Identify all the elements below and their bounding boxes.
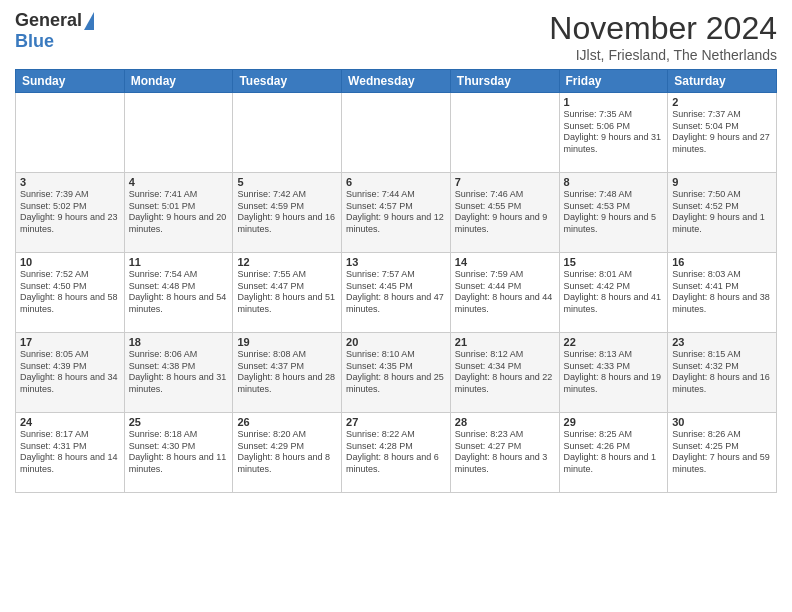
- day-cell-1-1: 4Sunrise: 7:41 AM Sunset: 5:01 PM Daylig…: [124, 173, 233, 253]
- day-cell-3-1: 18Sunrise: 8:06 AM Sunset: 4:38 PM Dayli…: [124, 333, 233, 413]
- day-cell-1-2: 5Sunrise: 7:42 AM Sunset: 4:59 PM Daylig…: [233, 173, 342, 253]
- day-number: 20: [346, 336, 446, 348]
- day-number: 11: [129, 256, 229, 268]
- day-number: 15: [564, 256, 664, 268]
- day-number: 8: [564, 176, 664, 188]
- header-friday: Friday: [559, 70, 668, 93]
- logo-triangle-icon: [84, 12, 94, 30]
- day-info-text: Sunrise: 8:20 AM Sunset: 4:29 PM Dayligh…: [237, 429, 337, 476]
- day-cell-2-1: 11Sunrise: 7:54 AM Sunset: 4:48 PM Dayli…: [124, 253, 233, 333]
- day-cell-1-5: 8Sunrise: 7:48 AM Sunset: 4:53 PM Daylig…: [559, 173, 668, 253]
- day-info-text: Sunrise: 7:42 AM Sunset: 4:59 PM Dayligh…: [237, 189, 337, 236]
- day-cell-0-1: [124, 93, 233, 173]
- day-cell-1-0: 3Sunrise: 7:39 AM Sunset: 5:02 PM Daylig…: [16, 173, 125, 253]
- day-cell-2-5: 15Sunrise: 8:01 AM Sunset: 4:42 PM Dayli…: [559, 253, 668, 333]
- calendar-header-row: Sunday Monday Tuesday Wednesday Thursday…: [16, 70, 777, 93]
- header-tuesday: Tuesday: [233, 70, 342, 93]
- day-info-text: Sunrise: 8:18 AM Sunset: 4:30 PM Dayligh…: [129, 429, 229, 476]
- day-info-text: Sunrise: 8:23 AM Sunset: 4:27 PM Dayligh…: [455, 429, 555, 476]
- logo-general-text: General: [15, 10, 82, 31]
- day-number: 4: [129, 176, 229, 188]
- day-info-text: Sunrise: 8:17 AM Sunset: 4:31 PM Dayligh…: [20, 429, 120, 476]
- day-number: 19: [237, 336, 337, 348]
- header-thursday: Thursday: [450, 70, 559, 93]
- day-cell-3-6: 23Sunrise: 8:15 AM Sunset: 4:32 PM Dayli…: [668, 333, 777, 413]
- day-number: 30: [672, 416, 772, 428]
- day-info-text: Sunrise: 7:52 AM Sunset: 4:50 PM Dayligh…: [20, 269, 120, 316]
- day-number: 24: [20, 416, 120, 428]
- day-number: 7: [455, 176, 555, 188]
- day-cell-2-3: 13Sunrise: 7:57 AM Sunset: 4:45 PM Dayli…: [342, 253, 451, 333]
- day-cell-0-3: [342, 93, 451, 173]
- day-number: 9: [672, 176, 772, 188]
- page: General Blue November 2024 IJlst, Friesl…: [0, 0, 792, 612]
- day-number: 5: [237, 176, 337, 188]
- day-number: 22: [564, 336, 664, 348]
- day-cell-3-0: 17Sunrise: 8:05 AM Sunset: 4:39 PM Dayli…: [16, 333, 125, 413]
- day-number: 17: [20, 336, 120, 348]
- day-number: 26: [237, 416, 337, 428]
- day-info-text: Sunrise: 7:50 AM Sunset: 4:52 PM Dayligh…: [672, 189, 772, 236]
- day-number: 1: [564, 96, 664, 108]
- day-cell-1-3: 6Sunrise: 7:44 AM Sunset: 4:57 PM Daylig…: [342, 173, 451, 253]
- day-cell-2-0: 10Sunrise: 7:52 AM Sunset: 4:50 PM Dayli…: [16, 253, 125, 333]
- calendar: Sunday Monday Tuesday Wednesday Thursday…: [15, 69, 777, 493]
- day-info-text: Sunrise: 7:55 AM Sunset: 4:47 PM Dayligh…: [237, 269, 337, 316]
- day-info-text: Sunrise: 8:25 AM Sunset: 4:26 PM Dayligh…: [564, 429, 664, 476]
- header-sunday: Sunday: [16, 70, 125, 93]
- day-cell-4-0: 24Sunrise: 8:17 AM Sunset: 4:31 PM Dayli…: [16, 413, 125, 493]
- day-number: 18: [129, 336, 229, 348]
- day-info-text: Sunrise: 8:22 AM Sunset: 4:28 PM Dayligh…: [346, 429, 446, 476]
- day-cell-2-2: 12Sunrise: 7:55 AM Sunset: 4:47 PM Dayli…: [233, 253, 342, 333]
- day-number: 14: [455, 256, 555, 268]
- header-monday: Monday: [124, 70, 233, 93]
- day-cell-4-3: 27Sunrise: 8:22 AM Sunset: 4:28 PM Dayli…: [342, 413, 451, 493]
- day-number: 13: [346, 256, 446, 268]
- location-text: IJlst, Friesland, The Netherlands: [549, 47, 777, 63]
- day-number: 10: [20, 256, 120, 268]
- day-number: 6: [346, 176, 446, 188]
- day-cell-4-1: 25Sunrise: 8:18 AM Sunset: 4:30 PM Dayli…: [124, 413, 233, 493]
- day-info-text: Sunrise: 7:35 AM Sunset: 5:06 PM Dayligh…: [564, 109, 664, 156]
- logo: General Blue: [15, 10, 94, 52]
- day-cell-3-4: 21Sunrise: 8:12 AM Sunset: 4:34 PM Dayli…: [450, 333, 559, 413]
- day-cell-4-5: 29Sunrise: 8:25 AM Sunset: 4:26 PM Dayli…: [559, 413, 668, 493]
- day-cell-2-4: 14Sunrise: 7:59 AM Sunset: 4:44 PM Dayli…: [450, 253, 559, 333]
- day-number: 21: [455, 336, 555, 348]
- day-cell-2-6: 16Sunrise: 8:03 AM Sunset: 4:41 PM Dayli…: [668, 253, 777, 333]
- day-info-text: Sunrise: 7:48 AM Sunset: 4:53 PM Dayligh…: [564, 189, 664, 236]
- day-info-text: Sunrise: 8:26 AM Sunset: 4:25 PM Dayligh…: [672, 429, 772, 476]
- day-cell-4-2: 26Sunrise: 8:20 AM Sunset: 4:29 PM Dayli…: [233, 413, 342, 493]
- day-cell-0-5: 1Sunrise: 7:35 AM Sunset: 5:06 PM Daylig…: [559, 93, 668, 173]
- day-cell-1-6: 9Sunrise: 7:50 AM Sunset: 4:52 PM Daylig…: [668, 173, 777, 253]
- day-number: 25: [129, 416, 229, 428]
- day-number: 12: [237, 256, 337, 268]
- day-info-text: Sunrise: 7:37 AM Sunset: 5:04 PM Dayligh…: [672, 109, 772, 156]
- day-cell-4-4: 28Sunrise: 8:23 AM Sunset: 4:27 PM Dayli…: [450, 413, 559, 493]
- day-info-text: Sunrise: 7:44 AM Sunset: 4:57 PM Dayligh…: [346, 189, 446, 236]
- day-number: 2: [672, 96, 772, 108]
- day-info-text: Sunrise: 8:05 AM Sunset: 4:39 PM Dayligh…: [20, 349, 120, 396]
- day-cell-0-4: [450, 93, 559, 173]
- day-info-text: Sunrise: 8:15 AM Sunset: 4:32 PM Dayligh…: [672, 349, 772, 396]
- day-info-text: Sunrise: 7:59 AM Sunset: 4:44 PM Dayligh…: [455, 269, 555, 316]
- week-row-5: 24Sunrise: 8:17 AM Sunset: 4:31 PM Dayli…: [16, 413, 777, 493]
- day-cell-1-4: 7Sunrise: 7:46 AM Sunset: 4:55 PM Daylig…: [450, 173, 559, 253]
- day-info-text: Sunrise: 7:39 AM Sunset: 5:02 PM Dayligh…: [20, 189, 120, 236]
- month-title: November 2024: [549, 10, 777, 47]
- day-number: 16: [672, 256, 772, 268]
- header: General Blue November 2024 IJlst, Friesl…: [15, 10, 777, 63]
- week-row-2: 3Sunrise: 7:39 AM Sunset: 5:02 PM Daylig…: [16, 173, 777, 253]
- day-info-text: Sunrise: 7:57 AM Sunset: 4:45 PM Dayligh…: [346, 269, 446, 316]
- day-cell-3-2: 19Sunrise: 8:08 AM Sunset: 4:37 PM Dayli…: [233, 333, 342, 413]
- day-cell-0-0: [16, 93, 125, 173]
- header-wednesday: Wednesday: [342, 70, 451, 93]
- day-info-text: Sunrise: 7:41 AM Sunset: 5:01 PM Dayligh…: [129, 189, 229, 236]
- day-info-text: Sunrise: 8:06 AM Sunset: 4:38 PM Dayligh…: [129, 349, 229, 396]
- day-cell-4-6: 30Sunrise: 8:26 AM Sunset: 4:25 PM Dayli…: [668, 413, 777, 493]
- week-row-4: 17Sunrise: 8:05 AM Sunset: 4:39 PM Dayli…: [16, 333, 777, 413]
- day-number: 27: [346, 416, 446, 428]
- day-info-text: Sunrise: 8:01 AM Sunset: 4:42 PM Dayligh…: [564, 269, 664, 316]
- day-number: 3: [20, 176, 120, 188]
- logo-blue-text: Blue: [15, 31, 54, 52]
